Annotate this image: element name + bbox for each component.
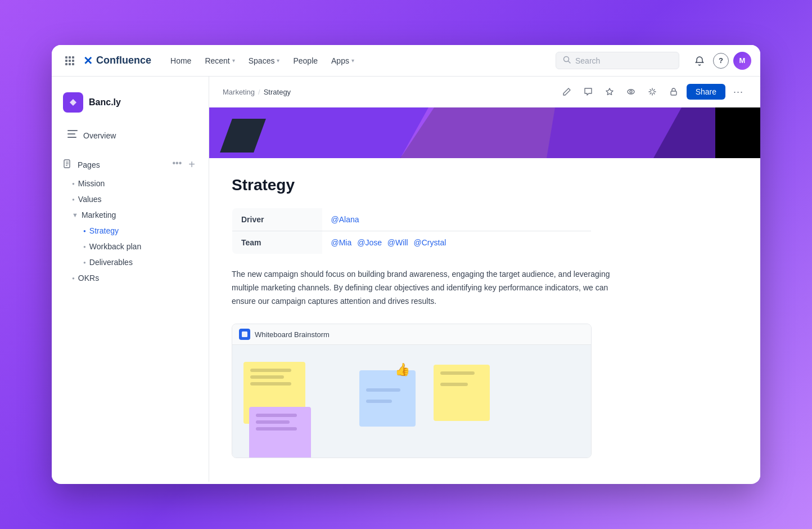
team-members: @Mia @Jose @Will @Crystal — [322, 231, 592, 254]
sticky-group-3 — [434, 356, 490, 421]
sidebar-item-values[interactable]: ● Values — [63, 191, 209, 207]
sticky-line — [256, 420, 290, 424]
sidebar-pages-section: Pages ••• + ● Mission ● Values — [52, 154, 209, 286]
star-button[interactable] — [601, 83, 618, 100]
svg-rect-8 — [72, 63, 74, 65]
breadcrumb-current: Strategy — [264, 88, 291, 96]
pages-add-button[interactable]: + — [186, 158, 197, 171]
team-member-mia: @Mia — [331, 238, 352, 247]
svg-rect-1 — [69, 56, 71, 59]
sticky-line — [250, 375, 284, 379]
pages-label: Pages — [78, 160, 170, 169]
svg-rect-20 — [671, 91, 676, 95]
sparkle-button[interactable] — [644, 83, 661, 100]
workspace-icon — [63, 92, 83, 113]
content-area: Marketing / Strategy — [209, 77, 760, 482]
team-member-jose: @Jose — [357, 238, 382, 247]
driver-label: Driver — [232, 208, 322, 231]
sidebar-item-mission[interactable]: ● Mission — [63, 176, 209, 191]
lock-button[interactable] — [665, 83, 682, 100]
svg-point-18 — [628, 89, 634, 94]
svg-rect-13 — [67, 137, 76, 138]
driver-mention: @Alana — [331, 215, 359, 224]
recent-caret: ▾ — [232, 57, 235, 64]
team-label: Team — [232, 231, 322, 254]
bullet-icon: ● — [72, 181, 75, 186]
page-content: Strategy Driver @Alana Team — [209, 158, 760, 476]
pages-actions: ••• + — [170, 158, 198, 171]
confluence-logo[interactable]: ✕ Confluence — [83, 54, 151, 68]
team-member-will: @Will — [387, 238, 408, 247]
user-avatar[interactable]: M — [733, 52, 751, 70]
nav-right: ? M — [691, 52, 751, 70]
banner-right — [547, 107, 715, 158]
grid-icon[interactable] — [61, 52, 79, 70]
sticky-note-purple: 😍 — [249, 407, 311, 458]
search-bar[interactable]: Search — [556, 52, 679, 69]
sidebar-item-marketing[interactable]: ▼ Marketing — [63, 207, 209, 223]
sidebar-item-strategy[interactable]: ● Strategy — [63, 223, 209, 239]
apps-caret: ▾ — [351, 57, 354, 64]
whiteboard-header: Whiteboard Brainstorm — [232, 324, 591, 345]
share-button[interactable]: Share — [687, 84, 725, 100]
sidebar-pages-header[interactable]: Pages ••• + — [52, 154, 209, 176]
sidebar-overview[interactable]: Overview — [56, 124, 204, 147]
svg-rect-3 — [65, 60, 67, 62]
svg-rect-11 — [67, 130, 78, 131]
nav-recent[interactable]: Recent ▾ — [199, 53, 240, 69]
bullet-icon: ● — [72, 197, 75, 202]
svg-rect-5 — [72, 60, 74, 62]
view-button[interactable] — [622, 83, 639, 100]
main-layout: Banc.ly Overview — [52, 77, 760, 482]
help-button[interactable]: ? — [713, 53, 729, 69]
sticky-line — [440, 383, 468, 386]
svg-point-19 — [630, 91, 632, 93]
pages-more-button[interactable]: ••• — [170, 158, 184, 171]
strategy-table: Driver @Alana Team @Mia @Jose @Will — [232, 208, 592, 254]
notifications-button[interactable] — [691, 52, 709, 70]
bullet-icon: ● — [83, 244, 86, 249]
sidebar-item-deliverables[interactable]: ● Deliverables — [63, 254, 209, 270]
toolbar-actions: Share ··· — [558, 83, 747, 100]
svg-rect-2 — [72, 56, 74, 59]
bullet-icon: ● — [72, 276, 75, 281]
search-icon — [563, 56, 571, 65]
edit-button[interactable] — [558, 83, 575, 100]
whiteboard-embed[interactable]: Whiteboard Brainstorm — [232, 324, 592, 458]
emoji-thumbsup: 👍 — [395, 362, 410, 377]
content-toolbar: Marketing / Strategy — [209, 77, 760, 107]
svg-rect-4 — [69, 60, 71, 62]
page-title: Strategy — [232, 176, 738, 194]
sticky-line — [250, 369, 291, 372]
overview-label: Overview — [83, 131, 116, 140]
page-description: The new campaign should focus on buildin… — [232, 268, 614, 308]
breadcrumb-parent[interactable]: Marketing — [223, 88, 255, 96]
whiteboard-body: 😍 👍 — [232, 345, 591, 458]
sticky-line — [440, 371, 475, 375]
table-row: Team @Mia @Jose @Will @Crystal — [232, 231, 592, 254]
team-member-crystal: @Crystal — [414, 238, 446, 247]
comment-button[interactable] — [580, 83, 597, 100]
breadcrumb: Marketing / Strategy — [223, 88, 291, 96]
nav-people[interactable]: People — [287, 53, 323, 69]
overview-icon — [67, 129, 78, 141]
workspace-name: Banc.ly — [89, 97, 121, 107]
nav-apps[interactable]: Apps ▾ — [326, 53, 360, 69]
sticky-line — [256, 414, 297, 417]
sidebar-item-workback[interactable]: ● Workback plan — [63, 239, 209, 254]
top-nav: ✕ Confluence Home Recent ▾ Spaces ▾ Peop… — [52, 45, 760, 77]
active-bullet-icon: ● — [83, 228, 86, 234]
page-banner — [209, 107, 760, 158]
more-options-button[interactable]: ··· — [730, 83, 747, 100]
sticky-line — [366, 400, 392, 403]
sidebar-tree: ● Mission ● Values ▼ Marketing ● Strateg… — [52, 176, 209, 286]
sticky-line — [366, 388, 400, 392]
spaces-caret: ▾ — [277, 57, 279, 64]
nav-spaces[interactable]: Spaces ▾ — [243, 53, 286, 69]
nav-home[interactable]: Home — [165, 53, 197, 69]
driver-value: @Alana — [322, 208, 592, 231]
sticky-line — [250, 382, 291, 385]
sidebar-item-okrs[interactable]: ● OKRs — [63, 270, 209, 286]
sticky-note-blue: 👍 — [359, 370, 416, 427]
svg-rect-0 — [65, 56, 67, 59]
